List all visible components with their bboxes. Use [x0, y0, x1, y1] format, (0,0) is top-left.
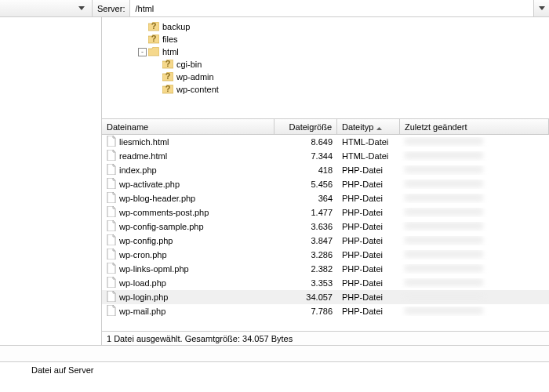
file-type: PHP-Datei: [337, 180, 400, 189]
file-size: 2.382: [274, 264, 337, 274]
file-name: liesmich.html: [119, 137, 169, 147]
file-row[interactable]: wp-mail.php7.786PHP-Datei: [102, 304, 549, 318]
server-label: Server:: [93, 0, 130, 16]
tree-item[interactable]: -html: [107, 45, 544, 58]
svg-text:?: ?: [151, 34, 157, 43]
file-type: PHP-Datei: [337, 278, 400, 288]
tree-item-label: files: [161, 34, 178, 44]
folder-unknown-icon: ?: [162, 59, 173, 70]
folder-unknown-icon: ?: [162, 71, 173, 82]
file-modified: [400, 222, 549, 231]
file-name: index.php: [119, 165, 157, 175]
column-header-modified[interactable]: Zuletzt geändert: [400, 119, 549, 134]
column-header-name[interactable]: Dateiname: [102, 119, 274, 134]
history-dropdown-button[interactable]: [76, 3, 87, 14]
file-size: 7.344: [274, 151, 337, 161]
file-type: PHP-Datei: [337, 250, 400, 260]
file-row[interactable]: wp-activate.php5.456PHP-Datei: [102, 177, 549, 191]
sort-ascending-icon: [376, 122, 382, 132]
file-row[interactable]: wp-comments-post.php1.477PHP-Datei: [102, 205, 549, 220]
folder-icon: [148, 46, 159, 57]
file-row[interactable]: wp-config.php3.847PHP-Datei: [102, 234, 549, 248]
tree-item-label: wp-content: [175, 85, 219, 94]
file-icon: [107, 192, 116, 205]
tree-item[interactable]: ?files: [107, 33, 544, 45]
tree-item[interactable]: ?wp-content: [107, 83, 544, 96]
file-modified: [400, 278, 549, 288]
file-type: PHP-Datei: [337, 264, 400, 274]
file-icon: [107, 263, 116, 275]
file-size: 1.477: [274, 208, 337, 217]
left-toolbar-gap: [0, 0, 93, 16]
folder-unknown-icon: ?: [148, 21, 159, 32]
file-size: 3.847: [274, 236, 337, 245]
file-type: HTML-Datei: [337, 151, 400, 161]
file-name: wp-blog-header.php: [119, 194, 195, 203]
file-name: readme.html: [119, 151, 167, 161]
file-row[interactable]: wp-login.php34.057PHP-Datei: [102, 290, 549, 304]
server-path-input[interactable]: [130, 0, 533, 16]
tree-item[interactable]: ?backup: [107, 20, 544, 33]
file-type: PHP-Datei: [337, 165, 400, 175]
queue-label: Datei auf Server: [31, 365, 93, 375]
file-size: 418: [274, 165, 337, 175]
file-modified: [400, 151, 549, 161]
file-row[interactable]: wp-links-opml.php2.382PHP-Datei: [102, 262, 549, 276]
file-name: wp-links-opml.php: [119, 264, 189, 274]
file-row[interactable]: liesmich.html8.649HTML-Datei: [102, 135, 549, 149]
file-modified: [400, 165, 549, 175]
file-modified: [400, 250, 549, 260]
file-size: 364: [274, 194, 337, 203]
file-icon: [107, 220, 116, 233]
file-grid-header: Dateiname Dateigröße Dateityp Zuletzt ge…: [102, 119, 549, 135]
file-row[interactable]: index.php418PHP-Datei: [102, 163, 549, 177]
chevron-down-icon: [78, 6, 85, 10]
file-modified: [400, 137, 549, 147]
file-icon: [107, 164, 116, 176]
file-modified: [400, 236, 549, 245]
file-modified: [400, 292, 549, 302]
file-modified: [400, 307, 549, 316]
column-header-type[interactable]: Dateityp: [337, 119, 400, 134]
file-icon: [107, 277, 116, 289]
folder-unknown-icon: ?: [148, 34, 159, 45]
file-size: 3.286: [274, 250, 337, 260]
file-row[interactable]: wp-cron.php3.286PHP-Datei: [102, 248, 549, 262]
address-bar: Server:: [0, 0, 549, 17]
tree-item-label: wp-admin: [175, 72, 214, 82]
file-icon: [107, 305, 116, 318]
file-row[interactable]: readme.html7.344HTML-Datei: [102, 149, 549, 163]
path-dropdown-button[interactable]: [533, 0, 549, 16]
file-modified: [400, 264, 549, 274]
file-name: wp-config.php: [119, 236, 173, 245]
file-size: 7.786: [274, 307, 337, 316]
remote-tree[interactable]: ?backup?files-html?cgi-bin?wp-admin?wp-c…: [102, 17, 549, 119]
file-row[interactable]: wp-blog-header.php364PHP-Datei: [102, 191, 549, 205]
column-header-type-label: Dateityp: [342, 122, 373, 132]
file-type: PHP-Datei: [337, 222, 400, 231]
collapse-button[interactable]: -: [138, 48, 147, 56]
left-panel: [0, 17, 102, 345]
svg-text:?: ?: [151, 22, 157, 31]
file-icon: [107, 178, 116, 191]
file-type: HTML-Datei: [337, 137, 400, 147]
tree-item-label: cgi-bin: [175, 60, 202, 69]
column-header-size[interactable]: Dateigröße: [274, 119, 337, 134]
file-type: PHP-Datei: [337, 307, 400, 316]
file-grid-body[interactable]: liesmich.html8.649HTML-Dateireadme.html7…: [102, 135, 549, 331]
file-row[interactable]: wp-config-sample.php3.636PHP-Datei: [102, 220, 549, 234]
file-type: PHP-Datei: [337, 194, 400, 203]
tree-item[interactable]: ?wp-admin: [107, 71, 544, 83]
file-name: wp-login.php: [119, 292, 168, 302]
file-name: wp-mail.php: [119, 307, 165, 316]
file-modified: [400, 180, 549, 189]
svg-text:?: ?: [165, 60, 171, 68]
file-type: PHP-Datei: [337, 292, 400, 302]
file-name: wp-cron.php: [119, 250, 167, 260]
file-icon: [107, 291, 116, 303]
tree-item[interactable]: ?cgi-bin: [107, 58, 544, 71]
svg-text:?: ?: [165, 72, 171, 81]
file-name: wp-load.php: [119, 278, 166, 288]
file-row[interactable]: wp-load.php3.353PHP-Datei: [102, 276, 549, 290]
file-size: 3.353: [274, 278, 337, 288]
